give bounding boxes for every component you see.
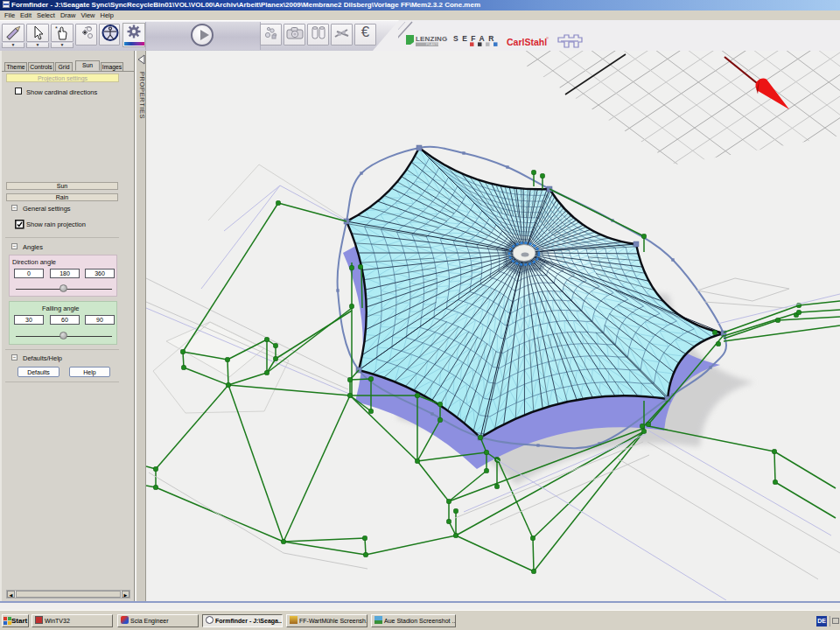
svg-text:®: ® [546,36,549,40]
svg-text:CarlStahl: CarlStahl [507,37,547,47]
svg-text:SEFAR: SEFAR [453,34,498,43]
svg-text:PLASTICS: PLASTICS [426,42,444,46]
svg-text:*: * [55,25,58,32]
